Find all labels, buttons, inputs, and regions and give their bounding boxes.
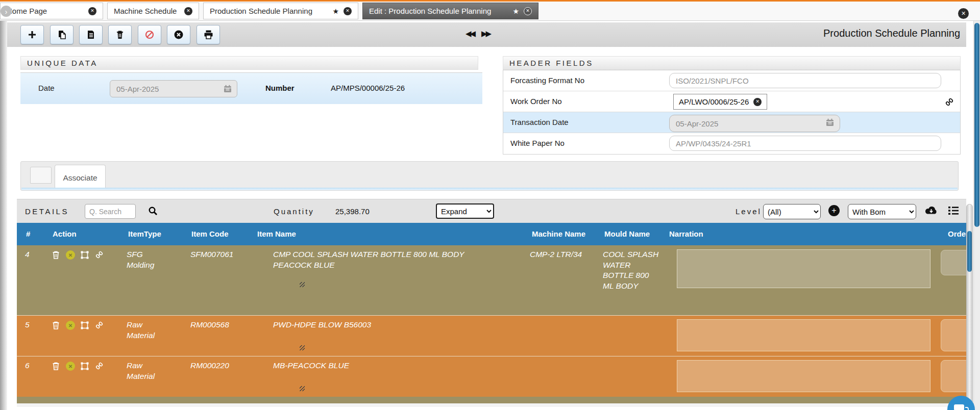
copy-icon: [57, 30, 67, 40]
star-icon[interactable]: ★: [332, 8, 339, 15]
tab-home-page[interactable]: Home Page ✕: [0, 3, 103, 19]
row-number: 5: [25, 320, 30, 330]
date-field[interactable]: [110, 80, 237, 97]
tab-associate[interactable]: Associate: [55, 165, 106, 190]
search-icon[interactable]: [148, 206, 158, 216]
item-name: PWD-HDPE BLOW B56003: [273, 320, 472, 330]
narration-textarea[interactable]: [677, 249, 930, 288]
collapsed-tab[interactable]: [30, 167, 52, 184]
page-title: Production Schedule Planning: [823, 28, 960, 39]
date-label: Date: [38, 84, 55, 92]
link-icon[interactable]: [945, 97, 954, 107]
tab-machine-schedule[interactable]: Machine Schedule ✕: [107, 3, 199, 19]
column-header-order: Order: [948, 229, 966, 238]
tab-label: Production Schedule Planning: [210, 7, 312, 15]
expand-select[interactable]: Expand: [436, 203, 494, 219]
close-all-tabs-button[interactable]: ✕: [958, 8, 969, 19]
order-input[interactable]: [941, 360, 966, 392]
main-content: UNIQUE DATA Date Number AP/MPS/00006/25-…: [7, 47, 966, 410]
bom-select[interactable]: With Bom: [848, 204, 916, 219]
close-icon[interactable]: ✕: [88, 7, 96, 15]
print-button[interactable]: [197, 25, 220, 44]
forcasting-format-label: Forcasting Format No: [510, 76, 584, 85]
table-header: # Action ItemType Item Code Item Name Ma…: [17, 223, 966, 245]
expand-item-icon[interactable]: [80, 362, 89, 371]
quantity-label: Quantity: [274, 207, 314, 216]
link-row-icon[interactable]: [95, 250, 104, 259]
resize-handle[interactable]: [300, 386, 305, 391]
white-paper-input[interactable]: [669, 136, 941, 151]
new-document-button[interactable]: [79, 25, 103, 44]
link-row-icon[interactable]: [95, 362, 104, 370]
order-input[interactable]: [941, 250, 966, 275]
action-toolbar: ◀◀ ▶▶ Production Schedule Planning: [7, 22, 966, 47]
row-number: 4: [25, 249, 30, 260]
plus-icon: [27, 30, 37, 40]
number-value: AP/MPS/00006/25-26: [331, 84, 405, 92]
delete-row-icon[interactable]: [52, 362, 60, 371]
narration-textarea[interactable]: [677, 360, 930, 392]
expand-item-icon[interactable]: [80, 321, 89, 330]
next-record-button[interactable]: ▶▶: [481, 29, 490, 38]
unique-data-row: Date Number AP/MPS/00006/25-26: [20, 72, 482, 104]
narration-textarea[interactable]: [677, 319, 930, 351]
table-row-partial: [17, 397, 966, 403]
prev-record-button[interactable]: ◀◀: [465, 29, 474, 38]
delete-row-icon[interactable]: [52, 250, 60, 260]
work-order-label: Work Order No: [510, 97, 562, 106]
add-button[interactable]: [20, 25, 44, 44]
search-input[interactable]: [85, 204, 136, 219]
resize-handle[interactable]: [300, 282, 305, 287]
transaction-date-field[interactable]: [669, 115, 840, 132]
app-window: › Home Page ✕ Machine Schedule ✕ Product…: [0, 0, 980, 410]
transaction-date-label: Transaction Date: [510, 118, 569, 126]
cloud-download-icon[interactable]: [924, 204, 938, 217]
close-icon[interactable]: ✕: [344, 7, 352, 15]
row-number: 6: [25, 361, 30, 371]
resize-handle[interactable]: [300, 345, 305, 350]
cancel-row-icon[interactable]: ✕: [66, 321, 75, 330]
cancel-row-icon[interactable]: ✕: [66, 362, 75, 371]
associate-tab-strip: Associate: [20, 161, 959, 191]
quantity-value: 25,398.70: [335, 207, 370, 216]
tab-edit-production-schedule-planning[interactable]: Edit : Production Schedule Planning ★ ✕: [362, 3, 538, 19]
document-icon: [86, 30, 96, 40]
cancel-row-icon[interactable]: ✕: [66, 250, 75, 260]
tab-scroll-button[interactable]: ›: [1, 6, 12, 17]
tab-strip-underline: [21, 188, 958, 190]
add-level-button[interactable]: +: [828, 205, 840, 216]
delete-row-icon[interactable]: [52, 321, 60, 330]
remove-work-order-icon[interactable]: ✕: [753, 98, 762, 106]
work-order-tag[interactable]: AP/LWO/0006/25-26 ✕: [673, 94, 767, 110]
page-scrollbar[interactable]: [973, 21, 980, 410]
tab-bar: › Home Page ✕ Machine Schedule ✕ Product…: [0, 2, 980, 21]
column-header-num: #: [26, 229, 30, 238]
close-icon[interactable]: ✕: [184, 7, 192, 15]
delete-button[interactable]: [108, 25, 132, 44]
table-scrollbar[interactable]: [966, 204, 973, 410]
order-input[interactable]: [941, 319, 966, 351]
item-type: Raw Material: [127, 320, 163, 341]
tab-label: Home Page: [7, 7, 47, 15]
level-select[interactable]: (All): [763, 204, 821, 219]
star-icon[interactable]: ★: [512, 8, 519, 15]
column-header-machine-name: Machine Name: [532, 229, 585, 238]
page-scrollbar-thumb[interactable]: [974, 23, 979, 227]
close-record-button[interactable]: [167, 25, 190, 44]
cancel-button[interactable]: [138, 25, 161, 44]
link-row-icon[interactable]: [95, 321, 104, 329]
table-scrollbar-thumb[interactable]: [967, 231, 972, 272]
tab-production-schedule-planning[interactable]: Production Schedule Planning ★ ✕: [203, 3, 358, 19]
close-icon[interactable]: ✕: [524, 7, 532, 15]
calendar-icon: [826, 118, 834, 126]
sidebar-collapsed-strip[interactable]: [0, 21, 7, 410]
forcasting-format-input[interactable]: [669, 73, 941, 88]
trash-icon: [115, 30, 125, 40]
column-header-item-name: Item Name: [257, 229, 296, 238]
expand-item-icon[interactable]: [80, 250, 89, 260]
header-fields-section-header: HEADER FIELDS: [503, 56, 961, 70]
copy-button[interactable]: [50, 25, 74, 44]
item-name: MB-PEACOCK BLUE: [273, 361, 472, 371]
list-icon[interactable]: [948, 206, 959, 216]
table-row: 5 ✕ Raw Material RM000568 PWD-HDPE BLOW …: [17, 315, 966, 356]
